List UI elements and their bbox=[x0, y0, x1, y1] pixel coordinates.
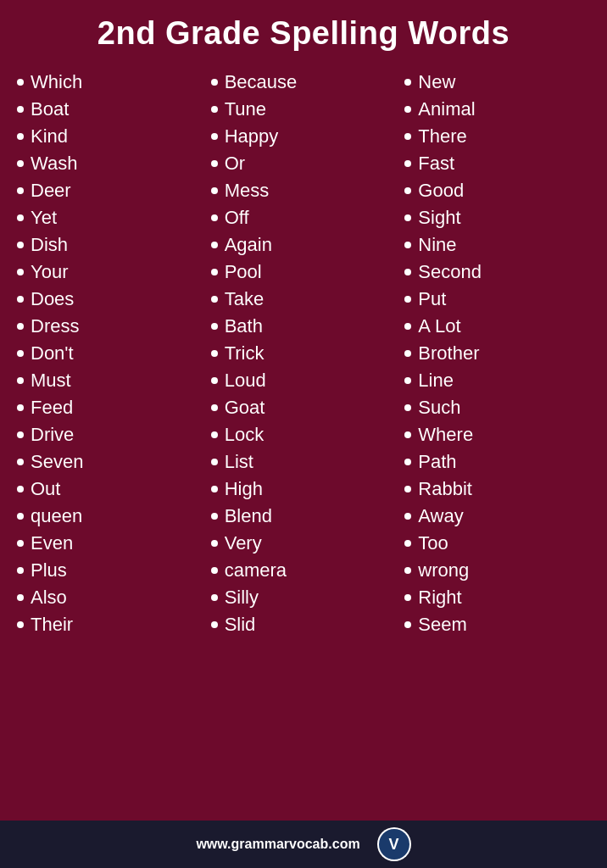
list-item: A Lot bbox=[404, 313, 590, 340]
list-item: Very bbox=[211, 530, 397, 557]
bullet-icon bbox=[211, 269, 218, 275]
bullet-icon bbox=[17, 594, 24, 601]
list-item: Brother bbox=[404, 340, 590, 367]
list-item: Feed bbox=[17, 394, 203, 421]
word-text: Happy bbox=[225, 125, 279, 147]
word-text: Good bbox=[418, 180, 464, 202]
list-item: Because bbox=[211, 69, 397, 96]
bullet-icon bbox=[211, 567, 218, 574]
word-text: Sight bbox=[418, 207, 460, 229]
list-item: Where bbox=[404, 421, 590, 448]
list-item: Loud bbox=[211, 367, 397, 394]
list-item: Such bbox=[404, 394, 590, 421]
list-item: There bbox=[404, 123, 590, 150]
logo-circle: V bbox=[377, 827, 411, 861]
word-text: There bbox=[418, 125, 466, 147]
list-item: queen bbox=[17, 503, 203, 530]
word-text: Brother bbox=[418, 342, 479, 364]
list-item: Lock bbox=[211, 421, 397, 448]
list-item: Path bbox=[404, 448, 590, 476]
bullet-icon bbox=[17, 269, 24, 275]
bullet-icon bbox=[17, 621, 24, 628]
list-item: Right bbox=[404, 584, 590, 611]
word-text: Must bbox=[31, 370, 71, 392]
bullet-icon bbox=[404, 431, 411, 438]
list-item: Deer bbox=[17, 177, 203, 204]
list-item: New bbox=[404, 69, 590, 96]
list-item: Nine bbox=[404, 231, 590, 259]
words-content: WhichBoatKindWashDeerYetDishYourDoesDres… bbox=[0, 60, 607, 821]
word-text: High bbox=[225, 478, 263, 500]
bullet-icon bbox=[211, 242, 218, 248]
bullet-icon bbox=[17, 133, 24, 140]
list-item: Seven bbox=[17, 448, 203, 476]
bullet-icon bbox=[211, 594, 218, 601]
list-item: wrong bbox=[404, 557, 590, 584]
word-text: Again bbox=[225, 234, 272, 256]
word-text: Because bbox=[225, 71, 298, 93]
word-text: Wash bbox=[31, 153, 77, 175]
word-text: camera bbox=[225, 559, 287, 581]
list-item: Line bbox=[404, 367, 590, 394]
word-text: Which bbox=[31, 71, 82, 93]
bullet-icon bbox=[17, 79, 24, 86]
logo-letter: V bbox=[379, 829, 409, 860]
bullet-icon bbox=[404, 486, 411, 492]
list-item: Happy bbox=[211, 123, 397, 150]
bullet-icon bbox=[404, 187, 411, 194]
list-item: Boat bbox=[17, 96, 203, 123]
word-text: Right bbox=[418, 587, 461, 609]
bullet-icon bbox=[211, 486, 218, 492]
list-item: Plus bbox=[17, 557, 203, 584]
word-text: Such bbox=[418, 397, 460, 419]
bullet-icon bbox=[17, 459, 24, 465]
bullet-icon bbox=[17, 377, 24, 384]
list-item: Wash bbox=[17, 150, 203, 177]
bullet-icon bbox=[17, 567, 24, 574]
bullet-icon bbox=[211, 187, 218, 194]
bullet-icon bbox=[404, 459, 411, 465]
word-text: Dish bbox=[31, 234, 68, 256]
list-item: Slid bbox=[211, 611, 397, 638]
word-text: Even bbox=[31, 532, 73, 554]
word-text: Path bbox=[418, 451, 456, 473]
bullet-icon bbox=[404, 79, 411, 86]
bullet-icon bbox=[17, 160, 24, 167]
bullet-icon bbox=[17, 350, 24, 357]
list-item: Goat bbox=[211, 394, 397, 421]
list-item: List bbox=[211, 448, 397, 476]
bullet-icon bbox=[404, 377, 411, 384]
page-header: 2nd Grade Spelling Words bbox=[0, 0, 607, 60]
list-item: Don't bbox=[17, 340, 203, 367]
list-item: Also bbox=[17, 584, 203, 611]
bullet-icon bbox=[404, 133, 411, 140]
bullet-icon bbox=[211, 377, 218, 384]
word-text: Your bbox=[31, 261, 68, 283]
column-3: NewAnimalThereFastGoodSightNineSecondPut… bbox=[400, 69, 594, 812]
word-text: Kind bbox=[31, 125, 68, 147]
footer: www.grammarvocab.com V bbox=[0, 821, 607, 868]
bullet-icon bbox=[211, 621, 218, 628]
list-item: Too bbox=[404, 530, 590, 557]
word-text: Trick bbox=[225, 342, 265, 364]
word-text: Tune bbox=[225, 98, 266, 120]
word-text: Animal bbox=[418, 98, 475, 120]
bullet-icon bbox=[404, 323, 411, 330]
word-text: Off bbox=[225, 207, 249, 229]
bullet-icon bbox=[404, 160, 411, 167]
bullet-icon bbox=[211, 79, 218, 86]
bullet-icon bbox=[17, 404, 24, 411]
bullet-icon bbox=[404, 106, 411, 113]
word-text: Silly bbox=[225, 587, 259, 609]
bullet-icon bbox=[17, 296, 24, 303]
list-item: Bath bbox=[211, 313, 397, 340]
bullet-icon bbox=[211, 133, 218, 140]
word-text: Very bbox=[225, 532, 262, 554]
word-text: Fast bbox=[418, 153, 454, 175]
word-text: New bbox=[418, 71, 455, 93]
word-text: Bath bbox=[225, 315, 263, 337]
list-item: Yet bbox=[17, 204, 203, 231]
bullet-icon bbox=[17, 540, 24, 547]
list-item: Mess bbox=[211, 177, 397, 204]
bullet-icon bbox=[211, 296, 218, 303]
